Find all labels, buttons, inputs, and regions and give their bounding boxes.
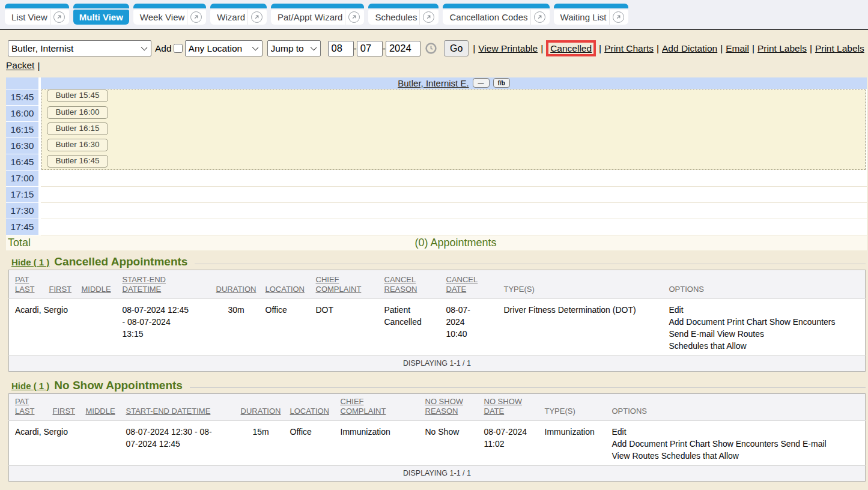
sort-duration[interactable]: DURATION — [241, 407, 281, 416]
go-button[interactable]: Go — [444, 40, 469, 56]
slot-button[interactable]: Butler 16:15 — [47, 122, 108, 135]
cancelled-table-footer: DISPLAYING 1-1 / 1 — [9, 355, 866, 371]
tab-top-strip — [368, 4, 439, 8]
sort-middle[interactable]: MIDDLE — [86, 407, 115, 416]
provider-select[interactable]: Butler, Internist — [8, 40, 151, 56]
open-new-window-button[interactable] — [345, 11, 360, 23]
time-label: 15:45 — [6, 89, 38, 105]
sort-location[interactable]: LOCATION — [290, 407, 330, 416]
working-hours-area — [41, 89, 866, 170]
sort-noshow-date[interactable]: NO SHOW DATE — [484, 397, 523, 416]
time-label: 16:00 — [6, 106, 38, 121]
sort-chief-complaint[interactable]: CHIEF COMPLAINT — [341, 397, 386, 416]
grid-header-provider-cell: Butler, Internist E. — f/b — [41, 77, 867, 89]
schedule-row[interactable] — [41, 219, 867, 235]
schedule-toolbar: Butler, InternistAddAny LocationJump to-… — [0, 30, 868, 77]
open-new-window-button[interactable] — [531, 11, 545, 23]
tab-pat-appt-wizard[interactable]: Pat/Appt Wizard — [271, 4, 364, 25]
tab-label: Pat/Appt Wizard — [278, 12, 345, 22]
cell-middle — [76, 298, 117, 355]
time-column: 15:45 16:00 16:15 16:30 16:45 17:00 17:1… — [6, 89, 38, 235]
tab-multi-view[interactable]: Multi View — [73, 4, 129, 25]
sort-cancel-date[interactable]: CANCEL DATE — [446, 275, 478, 294]
sort-pat-last[interactable]: PAT LAST — [15, 275, 35, 294]
sort-location[interactable]: LOCATION — [266, 285, 305, 294]
noshow-section-header: Hide ( 1 ) No Show Appointments — [8, 379, 866, 392]
add-dictation-link[interactable]: Add Dictation — [662, 43, 717, 53]
open-new-window-button[interactable] — [50, 11, 65, 23]
tab-body: Week View — [133, 10, 206, 25]
location-select[interactable]: Any Location — [185, 40, 263, 56]
time-label: 16:45 — [6, 154, 38, 170]
print-labels-link[interactable]: Print Labels — [757, 43, 807, 53]
email-link[interactable]: Email — [726, 43, 749, 53]
cell-middle — [80, 420, 120, 465]
cell-chief-complaint: DOT — [310, 298, 378, 355]
view-printable-link[interactable]: View Printable — [478, 43, 538, 53]
tab-list-view[interactable]: List View — [5, 4, 69, 25]
link-separator: | — [538, 43, 546, 53]
print-charts-link[interactable]: Print Charts — [604, 43, 654, 53]
tab-top-strip — [210, 4, 267, 8]
tab-wizard[interactable]: Wizard — [210, 4, 267, 25]
slot-button[interactable]: Butler 16:45 — [47, 155, 108, 168]
sort-first[interactable]: FIRST — [49, 285, 72, 294]
open-new-window-button[interactable] — [610, 11, 624, 23]
sort-cancel-reason[interactable]: CANCEL REASON — [384, 275, 417, 294]
sort-first[interactable]: FIRST — [53, 407, 76, 416]
schedule-row[interactable] — [41, 187, 867, 203]
sort-chief-complaint[interactable]: CHIEF COMPLAINT — [316, 275, 362, 294]
provider-header-link[interactable]: Butler, Internist E. — [398, 78, 469, 88]
cancelled-appointments-table: PAT LAST FIRST MIDDLE START-END DATETIME… — [8, 270, 866, 372]
tab-label: Multi View — [79, 12, 123, 22]
hide-cancelled-link[interactable]: Hide ( 1 ) — [11, 257, 49, 267]
tab-body: Multi View — [73, 10, 129, 25]
tab-schedules[interactable]: Schedules — [368, 4, 439, 25]
tab-waiting-list[interactable]: Waiting List — [554, 4, 628, 25]
arrow-up-right-icon — [534, 11, 545, 23]
open-new-window-button[interactable] — [420, 11, 434, 23]
tab-label: List View — [11, 12, 50, 22]
cell-cancel-date: 08-07- 2024 10:40 — [440, 298, 498, 355]
clock-icon[interactable] — [425, 43, 437, 54]
sort-duration[interactable]: DURATION — [216, 285, 256, 294]
schedule-row[interactable] — [41, 203, 867, 219]
arrow-up-right-icon — [348, 11, 360, 23]
collapse-column-button[interactable]: — — [473, 78, 490, 88]
cancelled-link[interactable]: Cancelled — [550, 43, 592, 53]
cell-types: Immunization — [539, 420, 606, 465]
date-month-input[interactable] — [328, 41, 354, 56]
tab-label: Wizard — [217, 12, 247, 22]
cancelled-appointments-section: Hide ( 1 ) Cancelled Appointments PAT LA… — [8, 255, 866, 372]
sort-start-end[interactable]: START-END DATETIME — [126, 407, 211, 416]
time-label: 17:45 — [6, 219, 38, 235]
sort-noshow-reason[interactable]: NO SHOW REASON — [425, 397, 464, 416]
open-new-window-button[interactable] — [187, 11, 202, 23]
date-day-input[interactable] — [357, 41, 383, 56]
cell-options[interactable]: Edit Add Document Print Chart Show Encou… — [606, 420, 866, 465]
col-types: TYPE(S) — [545, 407, 575, 416]
link-separator: | — [654, 43, 662, 53]
cell-options[interactable]: Edit Add Document Print Chart Show Encou… — [663, 298, 866, 355]
date-year-input[interactable] — [386, 41, 420, 56]
schedule-row[interactable] — [41, 171, 867, 187]
sort-middle[interactable]: MIDDLE — [82, 285, 111, 294]
noshow-appointment-row: Acardi, Sergio 08-07-2024 12:30 - 08- 07… — [9, 420, 866, 465]
slot-button[interactable]: Butler 16:30 — [47, 139, 108, 151]
sort-start-end[interactable]: START-END DATETIME — [123, 275, 166, 294]
tab-label: Waiting List — [560, 12, 609, 22]
fb-button[interactable]: f/b — [493, 78, 510, 88]
grid-header-row: Butler, Internist E. — f/b — [6, 77, 867, 89]
jumpto-select[interactable]: Jump to — [267, 40, 321, 56]
tab-cancellation-codes[interactable]: Cancellation Codes — [443, 4, 549, 25]
tab-label: Week View — [140, 12, 187, 22]
displaying-count: DISPLAYING 1-1 / 1 — [9, 355, 866, 371]
link-separator: | — [470, 43, 478, 53]
open-new-window-button[interactable] — [248, 11, 263, 23]
hide-noshow-link[interactable]: Hide ( 1 ) — [11, 381, 49, 391]
add-checkbox[interactable] — [174, 44, 183, 53]
tab-week-view[interactable]: Week View — [133, 4, 206, 25]
slot-button[interactable]: Butler 16:00 — [47, 106, 108, 119]
slot-button[interactable]: Butler 15:45 — [47, 89, 108, 102]
sort-pat-last[interactable]: PAT LAST — [15, 397, 35, 416]
